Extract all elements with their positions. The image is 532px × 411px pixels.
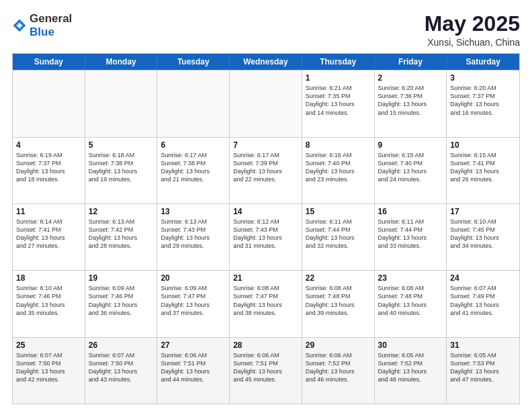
- calendar: SundayMondayTuesdayWednesdayThursdayFrid…: [12, 53, 520, 404]
- empty-cell: [85, 71, 158, 136]
- day-header-saturday: Saturday: [447, 54, 519, 70]
- day-info: Sunrise: 6:07 AMSunset: 7:50 PMDaylight:…: [89, 351, 154, 384]
- day-info: Sunrise: 6:16 AMSunset: 7:40 PMDaylight:…: [306, 151, 371, 184]
- day-info: Sunrise: 6:10 AMSunset: 7:46 PMDaylight:…: [16, 284, 81, 317]
- day-cell-30: 30Sunrise: 6:05 AMSunset: 7:52 PMDayligh…: [375, 338, 447, 404]
- header: General Blue May 2025 Xunsi, Sichuan, Ch…: [12, 12, 520, 48]
- day-number: 8: [306, 140, 371, 150]
- day-cell-24: 24Sunrise: 6:07 AMSunset: 7:49 PMDayligh…: [447, 271, 519, 336]
- week-row-4: 18Sunrise: 6:10 AMSunset: 7:46 PMDayligh…: [13, 270, 519, 336]
- day-cell-26: 26Sunrise: 6:07 AMSunset: 7:50 PMDayligh…: [85, 338, 158, 404]
- day-info: Sunrise: 6:05 AMSunset: 7:53 PMDaylight:…: [450, 351, 516, 384]
- day-info: Sunrise: 6:07 AMSunset: 7:50 PMDaylight:…: [16, 351, 81, 384]
- day-info: Sunrise: 6:06 AMSunset: 7:51 PMDaylight:…: [161, 351, 226, 384]
- day-number: 26: [89, 340, 154, 350]
- day-cell-1: 1Sunrise: 6:21 AMSunset: 7:35 PMDaylight…: [302, 71, 375, 136]
- day-cell-10: 10Sunrise: 6:15 AMSunset: 7:41 PMDayligh…: [447, 138, 519, 203]
- month-title: May 2025: [425, 12, 520, 36]
- day-headers: SundayMondayTuesdayWednesdayThursdayFrid…: [13, 54, 519, 70]
- day-number: 14: [233, 207, 298, 216]
- day-number: 20: [161, 273, 226, 283]
- day-info: Sunrise: 6:20 AMSunset: 7:37 PMDaylight:…: [450, 84, 516, 117]
- day-number: 1: [306, 73, 371, 83]
- location: Xunsi, Sichuan, China: [425, 37, 520, 48]
- day-cell-11: 11Sunrise: 6:14 AMSunset: 7:41 PMDayligh…: [13, 204, 85, 270]
- day-info: Sunrise: 6:08 AMSunset: 7:48 PMDaylight:…: [306, 284, 371, 317]
- day-cell-31: 31Sunrise: 6:05 AMSunset: 7:53 PMDayligh…: [447, 338, 519, 404]
- empty-cell: [13, 71, 85, 136]
- day-number: 15: [306, 207, 371, 216]
- day-number: 10: [450, 140, 516, 150]
- day-info: Sunrise: 6:06 AMSunset: 7:52 PMDaylight:…: [306, 351, 371, 384]
- logo-general: General: [30, 12, 72, 25]
- day-info: Sunrise: 6:08 AMSunset: 7:48 PMDaylight:…: [378, 284, 443, 317]
- day-number: 16: [378, 207, 443, 216]
- day-cell-15: 15Sunrise: 6:11 AMSunset: 7:44 PMDayligh…: [302, 204, 375, 270]
- day-info: Sunrise: 6:09 AMSunset: 7:47 PMDaylight:…: [161, 284, 226, 317]
- day-info: Sunrise: 6:18 AMSunset: 7:38 PMDaylight:…: [89, 151, 154, 184]
- day-cell-14: 14Sunrise: 6:12 AMSunset: 7:43 PMDayligh…: [230, 204, 302, 270]
- day-info: Sunrise: 6:06 AMSunset: 7:51 PMDaylight:…: [233, 351, 298, 384]
- day-info: Sunrise: 6:05 AMSunset: 7:52 PMDaylight:…: [378, 351, 443, 384]
- week-row-1: 1Sunrise: 6:21 AMSunset: 7:35 PMDaylight…: [13, 70, 519, 136]
- day-header-wednesday: Wednesday: [230, 54, 302, 70]
- day-cell-3: 3Sunrise: 6:20 AMSunset: 7:37 PMDaylight…: [447, 71, 519, 136]
- day-info: Sunrise: 6:13 AMSunset: 7:43 PMDaylight:…: [161, 218, 226, 250]
- day-number: 2: [378, 73, 443, 83]
- day-header-thursday: Thursday: [302, 54, 375, 70]
- title-block: May 2025 Xunsi, Sichuan, China: [425, 12, 520, 48]
- day-info: Sunrise: 6:19 AMSunset: 7:37 PMDaylight:…: [16, 151, 81, 184]
- day-cell-4: 4Sunrise: 6:19 AMSunset: 7:37 PMDaylight…: [13, 138, 85, 203]
- day-cell-29: 29Sunrise: 6:06 AMSunset: 7:52 PMDayligh…: [302, 338, 375, 404]
- day-info: Sunrise: 6:12 AMSunset: 7:43 PMDaylight:…: [233, 218, 298, 250]
- day-cell-16: 16Sunrise: 6:11 AMSunset: 7:44 PMDayligh…: [375, 204, 447, 270]
- day-number: 5: [89, 140, 154, 150]
- day-cell-27: 27Sunrise: 6:06 AMSunset: 7:51 PMDayligh…: [157, 338, 230, 404]
- logo-icon: [12, 18, 27, 33]
- day-cell-20: 20Sunrise: 6:09 AMSunset: 7:47 PMDayligh…: [157, 271, 230, 336]
- day-number: 7: [233, 140, 298, 150]
- day-cell-18: 18Sunrise: 6:10 AMSunset: 7:46 PMDayligh…: [13, 271, 85, 336]
- day-cell-8: 8Sunrise: 6:16 AMSunset: 7:40 PMDaylight…: [302, 138, 375, 203]
- day-info: Sunrise: 6:11 AMSunset: 7:44 PMDaylight:…: [378, 218, 443, 250]
- day-info: Sunrise: 6:15 AMSunset: 7:40 PMDaylight:…: [378, 151, 443, 184]
- day-number: 19: [89, 273, 154, 283]
- day-number: 11: [16, 207, 81, 216]
- day-number: 30: [378, 340, 443, 350]
- day-number: 18: [16, 273, 81, 283]
- day-info: Sunrise: 6:17 AMSunset: 7:39 PMDaylight:…: [233, 151, 298, 184]
- day-info: Sunrise: 6:09 AMSunset: 7:46 PMDaylight:…: [89, 284, 154, 317]
- day-cell-23: 23Sunrise: 6:08 AMSunset: 7:48 PMDayligh…: [375, 271, 447, 336]
- day-header-tuesday: Tuesday: [157, 54, 230, 70]
- calendar-page: General Blue May 2025 Xunsi, Sichuan, Ch…: [0, 0, 532, 411]
- day-number: 31: [450, 340, 516, 350]
- calendar-body: 1Sunrise: 6:21 AMSunset: 7:35 PMDaylight…: [13, 70, 519, 404]
- day-number: 17: [450, 207, 516, 216]
- empty-cell: [230, 71, 302, 136]
- day-number: 9: [378, 140, 443, 150]
- day-number: 25: [16, 340, 81, 350]
- day-cell-21: 21Sunrise: 6:08 AMSunset: 7:47 PMDayligh…: [230, 271, 302, 336]
- day-number: 13: [161, 207, 226, 216]
- day-info: Sunrise: 6:08 AMSunset: 7:47 PMDaylight:…: [233, 284, 298, 317]
- day-number: 29: [306, 340, 371, 350]
- day-number: 23: [378, 273, 443, 283]
- day-number: 21: [233, 273, 298, 283]
- day-info: Sunrise: 6:21 AMSunset: 7:35 PMDaylight:…: [306, 84, 371, 117]
- day-info: Sunrise: 6:15 AMSunset: 7:41 PMDaylight:…: [450, 151, 516, 184]
- day-header-friday: Friday: [375, 54, 447, 70]
- day-number: 22: [306, 273, 371, 283]
- day-cell-28: 28Sunrise: 6:06 AMSunset: 7:51 PMDayligh…: [230, 338, 302, 404]
- day-number: 4: [16, 140, 81, 150]
- week-row-5: 25Sunrise: 6:07 AMSunset: 7:50 PMDayligh…: [13, 337, 519, 404]
- day-cell-17: 17Sunrise: 6:10 AMSunset: 7:45 PMDayligh…: [447, 204, 519, 270]
- logo-text: General Blue: [30, 12, 72, 39]
- day-header-monday: Monday: [85, 54, 158, 70]
- day-info: Sunrise: 6:17 AMSunset: 7:38 PMDaylight:…: [161, 151, 226, 184]
- day-info: Sunrise: 6:10 AMSunset: 7:45 PMDaylight:…: [450, 218, 516, 250]
- day-number: 6: [161, 140, 226, 150]
- day-number: 3: [450, 73, 516, 83]
- day-info: Sunrise: 6:07 AMSunset: 7:49 PMDaylight:…: [450, 284, 516, 317]
- week-row-2: 4Sunrise: 6:19 AMSunset: 7:37 PMDaylight…: [13, 137, 519, 203]
- day-cell-19: 19Sunrise: 6:09 AMSunset: 7:46 PMDayligh…: [85, 271, 158, 336]
